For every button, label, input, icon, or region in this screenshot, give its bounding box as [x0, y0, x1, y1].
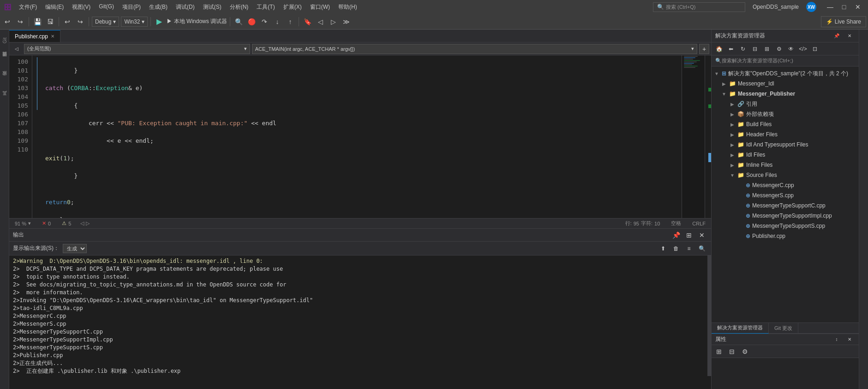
next-btn[interactable]: ▷	[328, 16, 339, 27]
tree-external-deps[interactable]: ▶ 📦 外部依赖项	[712, 109, 859, 119]
tree-messenger-typesupportc[interactable]: ⊕ MessengerTypeSupportC.cpp	[712, 201, 859, 211]
search-toolbar-btn[interactable]: 🔍	[233, 16, 244, 27]
sol-props-btn[interactable]: ⊡	[809, 43, 820, 55]
menu-help[interactable]: 帮助(H)	[335, 2, 361, 12]
output-clear-btn[interactable]: 🗑	[670, 243, 682, 254]
scope-dropdown[interactable]: (全局范围) ▾	[24, 44, 250, 54]
tree-references[interactable]: ▶ 🔗 引用	[712, 99, 859, 109]
props-categorize-btn[interactable]: ⊞	[713, 346, 724, 357]
forward-btn[interactable]: ↪	[15, 16, 26, 27]
solution-close-btn[interactable]: ✕	[844, 30, 855, 42]
output-wrap-btn[interactable]: ≡	[683, 243, 694, 254]
output-pin-btn[interactable]: 📌	[670, 230, 682, 241]
close-button[interactable]: ✕	[851, 2, 864, 12]
tree-inline-files[interactable]: ▶ 📁 Inline Files	[712, 160, 859, 170]
menu-test[interactable]: 测试(S)	[199, 2, 225, 12]
sol-preview-btn[interactable]: 👁	[785, 43, 796, 55]
warning-count[interactable]: ⚠ 5	[60, 220, 73, 226]
menu-file[interactable]: 文件(F)	[15, 2, 41, 12]
maximize-button[interactable]: □	[838, 2, 850, 12]
menu-build[interactable]: 生成(B)	[145, 2, 171, 12]
sidebar-git[interactable]: Git	[0, 31, 9, 50]
menu-debug[interactable]: 调试(D)	[172, 2, 198, 12]
menu-analyze[interactable]: 分析(N)	[226, 2, 252, 12]
nav-arrows[interactable]: ◁ ▷	[80, 220, 90, 226]
editor-scrollbar[interactable]	[705, 55, 711, 218]
back-btn[interactable]: ↩	[2, 16, 13, 27]
props-pin-btn[interactable]: ↕	[831, 334, 842, 345]
menu-edit[interactable]: 编辑(E)	[42, 2, 67, 12]
props-settings-btn[interactable]: ⚙	[739, 346, 750, 357]
zoom-level[interactable]: 91 % ▾	[13, 220, 33, 226]
solution-search[interactable]: 🔍 搜索解决方案资源管理器(Ctrl+;)	[712, 55, 859, 67]
platform-dropdown[interactable]: Win32 ▾	[121, 17, 148, 27]
tree-messenger-publisher[interactable]: ▼ 📁 Messenger_Publisher	[712, 89, 859, 99]
output-close-btn[interactable]: ✕	[696, 230, 707, 241]
step-over-btn[interactable]: ↷	[259, 16, 270, 27]
tree-source-files[interactable]: ▼ 📁 Source Files	[712, 170, 859, 180]
menu-tools[interactable]: 工具(T)	[253, 2, 278, 12]
props-close-btn[interactable]: ✕	[844, 334, 855, 345]
menu-window[interactable]: 窗口(W)	[306, 2, 334, 12]
sol-back-btn[interactable]: ⬅	[725, 43, 736, 55]
sol-code-btn[interactable]: </>	[797, 43, 808, 55]
step-out-btn[interactable]: ↑	[285, 16, 296, 27]
tab-close-btn[interactable]: ✕	[51, 34, 54, 39]
tree-messenger-idl[interactable]: ▶ 📁 Messenger_Idl	[712, 79, 859, 89]
function-dropdown[interactable]: ACE_TMAIN(int argc, ACE_TCHAR * argv[]) …	[252, 44, 697, 54]
nav-back-btn[interactable]: ◁	[11, 43, 22, 55]
bookmark-btn[interactable]: 🔖	[302, 16, 313, 27]
sidebar-search[interactable]: 搜索	[0, 70, 9, 89]
output-source-select[interactable]: 生成	[63, 244, 87, 253]
tree-messenger-typesupportimpl[interactable]: ⊕ MessengerTypeSupportImpl.cpp	[712, 211, 859, 221]
save-all-btn[interactable]: 🖫	[45, 16, 56, 27]
breakpoint-btn[interactable]: 🔴	[246, 16, 257, 27]
step-in-btn[interactable]: ↓	[272, 16, 283, 27]
output-copy-btn[interactable]: ⬆	[658, 243, 669, 254]
tree-header-files[interactable]: ▶ 📁 Header Files	[712, 129, 859, 140]
tab-solution-explorer[interactable]: 解决方案资源管理器	[712, 322, 769, 334]
editor-tab-publisher[interactable]: Publisher.cpp ✕	[9, 30, 60, 42]
sol-refresh-btn[interactable]: ↻	[737, 43, 748, 55]
error-count[interactable]: ✕ 0	[40, 220, 53, 226]
undo-btn[interactable]: ↩	[62, 16, 73, 27]
code-content[interactable]: } catch (CORBA::Exception& e) { cerr << …	[42, 55, 682, 218]
sol-settings-btn[interactable]: ⚙	[773, 43, 784, 55]
solution-pin-btn[interactable]: 📌	[831, 30, 842, 42]
redo-btn[interactable]: ↪	[75, 16, 86, 27]
tree-messengers-cpp[interactable]: ⊕ MessengerS.cpp	[712, 190, 859, 201]
output-content[interactable]: 2>Warning D:\OpenDDS\OpenDDS-3.16\bin\op…	[9, 255, 707, 376]
save-btn[interactable]: 💾	[32, 16, 43, 27]
nav-add-btn[interactable]: +	[699, 44, 709, 54]
solution-root[interactable]: ▼ ⊞ 解决方案"OpenDDS_sample"(2 个项目，共 2 个)	[712, 68, 859, 79]
menu-view[interactable]: 视图(V)	[68, 2, 94, 12]
sol-collapse-btn[interactable]: ⊟	[749, 43, 760, 55]
expand-icon: ▼	[713, 70, 720, 77]
props-sort-btn[interactable]: ⊟	[726, 346, 737, 357]
output-find-btn[interactable]: 🔍	[696, 243, 707, 254]
minimize-button[interactable]: —	[824, 2, 837, 12]
tree-messenger-typesupports[interactable]: ⊕ MessengerTypeSupportS.cpp	[712, 221, 859, 231]
debug-config-dropdown[interactable]: Debug ▾	[92, 17, 119, 27]
tree-idl-typesupport[interactable]: ▶ 📁 Idl And Typesupport Files	[712, 140, 859, 150]
bracket-indicator	[32, 55, 42, 218]
tree-publisher-cpp[interactable]: ⊕ Publisher.cpp	[712, 231, 859, 241]
tree-messengerc-cpp[interactable]: ⊕ MessengerC.cpp	[712, 180, 859, 190]
tree-build-files[interactable]: ▶ 📁 Build Files	[712, 119, 859, 129]
misc-btn[interactable]: ≫	[341, 16, 352, 27]
menu-extensions[interactable]: 扩展(X)	[280, 2, 305, 12]
output-scrollbar[interactable]	[707, 255, 711, 376]
menu-project[interactable]: 项目(P)	[119, 2, 144, 12]
sol-filter-btn[interactable]: ⊞	[761, 43, 772, 55]
output-float-btn[interactable]: ⊞	[683, 230, 694, 241]
tab-git-changes[interactable]: Git 更改	[769, 322, 798, 334]
title-search[interactable]: 🔍 搜索 (Ctrl+Q)	[653, 2, 745, 12]
run-btn[interactable]: ▶	[154, 16, 165, 27]
tree-idl-files[interactable]: ▶ 📁 Idl Files	[712, 150, 859, 160]
sidebar-explorer[interactable]: 资源管理器	[0, 51, 9, 69]
sidebar-tools[interactable]: 工具	[0, 90, 9, 108]
prev-btn[interactable]: ◁	[315, 16, 326, 27]
menu-git[interactable]: Git(G)	[95, 2, 118, 12]
sol-home-btn[interactable]: 🏠	[713, 43, 724, 55]
live-share-button[interactable]: ⚡ Live Share	[821, 16, 866, 27]
